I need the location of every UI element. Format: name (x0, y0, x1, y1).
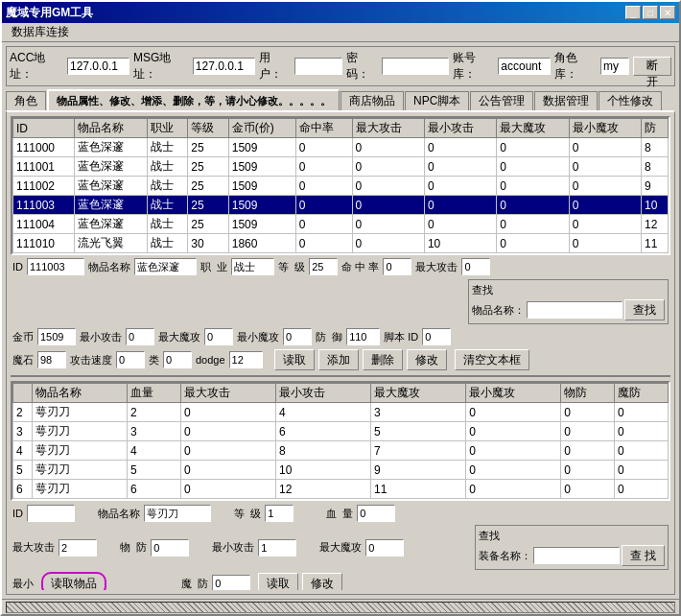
upper-table-row[interactable]: 111000蓝色深邃战士251509000008 (13, 138, 669, 157)
maxatk-input[interactable] (461, 258, 490, 275)
gold-input[interactable] (37, 328, 76, 345)
upper-table-row[interactable]: 111010流光飞翼战士30186000100011 (13, 234, 669, 253)
lower-maxmag-input[interactable] (365, 539, 404, 557)
hit-input[interactable] (383, 258, 411, 275)
msg-input[interactable] (193, 58, 255, 75)
modify-button[interactable]: 修改 (407, 349, 447, 370)
tab-npc[interactable]: NPC脚本 (405, 91, 469, 110)
lower-col-mdef: 魔防 (615, 384, 669, 403)
lower-name-input[interactable] (144, 505, 211, 522)
col-id: ID (13, 119, 75, 138)
lower-search-label: 查找 (479, 529, 665, 543)
upper-table-row[interactable]: 111003蓝色深邃战士2515090000010 (13, 196, 669, 215)
magic-stone-label: 魔石 (12, 353, 34, 367)
search-input[interactable] (527, 301, 622, 319)
col-def: 防 (642, 119, 669, 138)
tab-personal[interactable]: 个性修改 (599, 91, 662, 110)
job-input[interactable] (231, 258, 274, 275)
search-label: 查找 (472, 283, 665, 297)
detail-row-2: 金币 最小攻击 最大魔攻 最小魔攻 防 御 脚本 ID (11, 327, 670, 346)
section-divider (11, 375, 670, 377)
foot-label: 脚本 ID (384, 330, 418, 344)
delete-button[interactable]: 删除 (363, 349, 403, 370)
search-button[interactable]: 查找 (624, 299, 665, 320)
window-title: 魔域专用GM工具 (6, 5, 93, 21)
name-label: 物品名称 (88, 260, 130, 274)
lower-mdef-label: 魔 防 (181, 577, 208, 591)
lower-read-button[interactable]: 读取 (258, 573, 298, 590)
lower-modify-button[interactable]: 修改 (302, 573, 342, 590)
minmag-input[interactable] (283, 328, 312, 345)
maximize-button[interactable]: □ (643, 6, 658, 19)
read-balloon: 读取物品 (41, 572, 106, 591)
lower-table-row[interactable]: 6萼刃刀601211000 (13, 480, 669, 499)
tab-announcement[interactable]: 公告管理 (470, 91, 533, 110)
lower-level-input[interactable] (265, 505, 294, 522)
lower-search-box: 查找 装备名称： 查 找 (475, 525, 669, 570)
read-button[interactable]: 读取 (274, 349, 315, 370)
foot-input[interactable] (422, 328, 451, 345)
lower-table-row[interactable]: 5萼刃刀50109000 (13, 461, 669, 480)
menu-db-connect[interactable]: 数据库连接 (6, 22, 75, 42)
def-input[interactable] (346, 328, 380, 345)
type-input[interactable] (163, 351, 192, 368)
id-input[interactable] (27, 258, 84, 275)
upper-table-row[interactable]: 111011流光飞翼战士30186000100011 (13, 253, 669, 256)
lower-table-container: 物品名称 血量 最大攻击 最小攻击 最大魔攻 最小魔攻 物防 魔防 (11, 381, 670, 501)
user-input[interactable] (294, 58, 342, 75)
lower-id-input[interactable] (27, 505, 75, 522)
tab-content: ID 物品名称 职业 等级 金币(价) 命中率 最大攻击 最小攻击 最大魔攻 (6, 110, 675, 595)
lower-col-idx (13, 384, 33, 403)
lower-table-row[interactable]: 2萼刃刀2043000 (13, 403, 669, 422)
account-input[interactable] (498, 58, 551, 75)
lower-col-minmag: 最小魔攻 (466, 384, 561, 403)
menu-bar: 数据库连接 (2, 23, 679, 42)
lower-maxatk-input[interactable] (59, 539, 97, 557)
lower-search-button[interactable]: 查 找 (622, 545, 665, 566)
minimize-button[interactable]: _ (625, 6, 641, 19)
lower-hp-input[interactable] (357, 505, 395, 522)
col-maxatk: 最大攻击 (352, 119, 424, 138)
disconnect-button[interactable]: 断开 (633, 57, 671, 76)
role-label: 角色库： (554, 50, 597, 83)
col-minmag: 最小魔攻 (569, 119, 641, 138)
lower-pdef-input[interactable] (151, 539, 189, 557)
upper-table-row[interactable]: 111004蓝色深邃战士2515090000012 (13, 215, 669, 234)
tab-data[interactable]: 数据管理 (534, 91, 598, 110)
dodge-label: dodge (196, 354, 225, 366)
clear-button[interactable]: 清空文本框 (455, 349, 529, 370)
search-row: 物品名称： 查找 (472, 299, 665, 320)
lower-minatk-input[interactable] (258, 539, 296, 557)
lower-table-row[interactable]: 4萼刃刀4087000 (13, 441, 669, 461)
title-bar: 魔域专用GM工具 _ □ ✕ (2, 2, 679, 23)
level-input[interactable] (309, 258, 338, 275)
lower-min-label: 最小 (12, 578, 34, 589)
upper-table-row[interactable]: 111001蓝色深邃战士251509000008 (13, 157, 669, 177)
maxmag-input[interactable] (204, 328, 233, 345)
equip-search-input[interactable] (533, 547, 620, 564)
tab-item[interactable]: 物品属性、修改、增添、删除，等，请小心修改。。。。。 (47, 89, 340, 110)
add-button[interactable]: 添加 (318, 349, 359, 370)
level-label: 等 级 (278, 260, 305, 274)
close-button[interactable]: ✕ (660, 6, 675, 19)
minmag-label: 最小魔攻 (237, 330, 279, 344)
magic-stone-input[interactable] (37, 351, 66, 368)
tab-bar: 角色 物品属性、修改、增添、删除，等，请小心修改。。。。。 商店物品 NPC脚本… (6, 89, 675, 110)
name-input[interactable] (134, 258, 197, 275)
tab-shop[interactable]: 商店物品 (340, 91, 404, 110)
lower-mdef-input[interactable] (212, 575, 250, 590)
attack-speed-input[interactable] (116, 351, 145, 368)
minatk-input[interactable] (126, 328, 154, 345)
pass-input[interactable] (382, 58, 449, 75)
role-input[interactable] (600, 58, 629, 75)
read-balloon-text: 读取物品 (51, 577, 97, 590)
upper-table-row[interactable]: 111002蓝色深邃战士251509000009 (13, 177, 669, 196)
lower-maxmag-label: 最大魔攻 (319, 540, 362, 555)
tab-role[interactable]: 角色 (6, 91, 46, 110)
acc-input[interactable] (67, 58, 129, 75)
lower-table-row[interactable]: 3萼刃刀3065000 (13, 422, 669, 441)
lower-table: 物品名称 血量 最大攻击 最小攻击 最大魔攻 最小魔攻 物防 魔防 (12, 383, 669, 499)
lower-row-2: 最大攻击 物 防 最小攻击 最大魔攻 查找 (12, 525, 669, 570)
dodge-input[interactable] (229, 351, 263, 368)
lower-name-label: 物品名称 (98, 507, 140, 521)
